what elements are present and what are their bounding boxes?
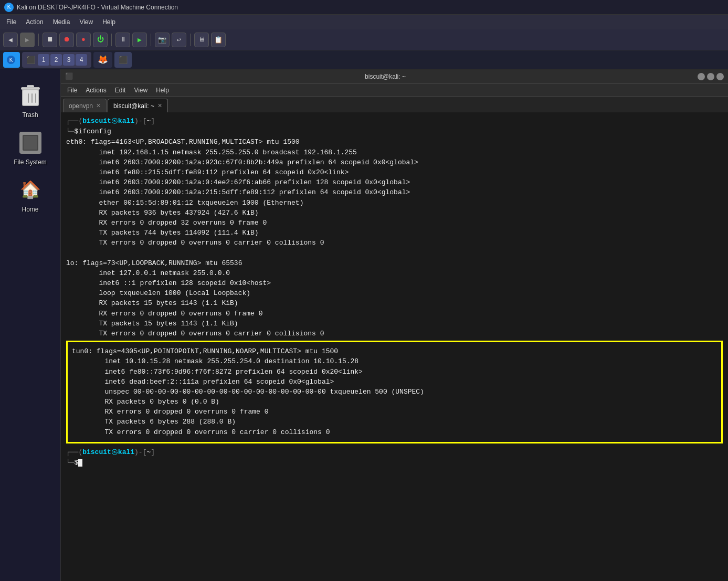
- eth0-inet6-4: inet6 2603:7000:9200:1a2a:215:5dff:fe89:…: [66, 188, 723, 197]
- menu-action[interactable]: Action: [22, 17, 47, 27]
- eth0-tx-packets: TX packets 744 bytes 114092 (111.4 KiB): [66, 228, 723, 238]
- eth0-inet: inet 192.168.1.15 netmask 255.255.255.0 …: [66, 148, 723, 157]
- toolbar-screenshot[interactable]: 📷: [155, 33, 170, 47]
- desktop-icon-home[interactable]: 🏠 Home: [7, 174, 54, 216]
- taskbar-terminal2[interactable]: ⬛: [114, 52, 132, 68]
- taskbar: K ⬛ 1 2 3 4 🦊 ⬛: [0, 50, 728, 69]
- lo-inet: inet 127.0.0.1 netmask 255.0.0.0: [66, 269, 723, 278]
- prompt-cmd-line-1: └─$ ifconfig: [66, 127, 723, 136]
- term-menu-edit[interactable]: Edit: [112, 86, 129, 95]
- ifconfig-output: eth0: flags=4163<UP,BROADCAST,RUNNING,MU…: [66, 138, 723, 339]
- close-button[interactable]: [716, 73, 724, 80]
- window-title: Kali on DESKTOP-JPK4IFO - Virtual Machin…: [17, 4, 178, 11]
- home-icon: 🏠: [18, 177, 43, 203]
- term-menu-view[interactable]: View: [131, 86, 151, 95]
- desktop-icon-filesystem[interactable]: File System: [7, 127, 54, 169]
- tun0-rx-errors: RX errors 0 dropped 0 overruns 0 frame 0: [72, 407, 717, 417]
- tun0-header: tun0: flags=4305<UP,POINTOPOINT,RUNNING,…: [72, 347, 717, 356]
- eth0-tx-errors: TX errors 0 dropped 0 overruns 0 carrier…: [66, 238, 723, 248]
- tun0-inet: inet 10.10.15.28 netmask 255.255.254.0 d…: [72, 357, 717, 366]
- term-menu-file[interactable]: File: [64, 86, 80, 95]
- toolbar-clipboard[interactable]: 📋: [211, 33, 226, 47]
- eth0-rx-packets: RX packets 936 bytes 437924 (427.6 KiB): [66, 208, 723, 218]
- taskbar-tab3[interactable]: 3: [63, 54, 75, 66]
- toolbar-undo[interactable]: ↩: [172, 33, 186, 47]
- term-tab-biscuit-label: biscuit@kali: ~: [113, 102, 154, 110]
- trash-icon: [18, 83, 43, 108]
- terminal-titlebar: ⬛ biscuit@kali: ~: [61, 69, 728, 84]
- tun0-inet6-1: inet6 fe80::73f6:9d96:f76f:8272 prefixle…: [72, 367, 717, 377]
- prompt-dollar-1: $: [75, 127, 79, 136]
- toolbar-back[interactable]: ◀: [3, 33, 18, 47]
- desktop-icon-trash[interactable]: Trash: [7, 80, 54, 122]
- desktop-sidebar: Trash File System 🏠 Home: [0, 69, 60, 581]
- term-tab-openvpn-label: openvpn: [69, 102, 93, 110]
- eth0-ether: ether 00:15:5d:89:01:12 txqueuelen 1000 …: [66, 198, 723, 208]
- taskbar-firefox[interactable]: 🦊: [93, 52, 112, 68]
- prompt-line-1: ┌──(biscuit㉿kali)-[~]: [66, 117, 723, 126]
- taskbar-tab2[interactable]: 2: [50, 54, 62, 66]
- toolbar-record[interactable]: ⏺: [59, 33, 74, 47]
- minimize-button[interactable]: [698, 73, 705, 80]
- lo-loop: loop txqueuelen 1000 (Local Loopback): [66, 289, 723, 298]
- tun0-highlighted-section: tun0: flags=4305<UP,POINTOPOINT,RUNNING,…: [66, 341, 723, 443]
- toolbar: ◀ ▶ ⏹ ⏺ ● ⏻ ⏸ ▶ 📷 ↩ 🖥 📋: [0, 29, 728, 50]
- window-controls: [698, 73, 724, 80]
- tun0-tx-errors: TX errors 0 dropped 0 overruns 0 carrier…: [72, 428, 717, 437]
- lo-tx-packets: TX packets 15 bytes 1143 (1.1 KiB): [66, 319, 723, 329]
- term-tab-openvpn-close[interactable]: ✕: [96, 102, 101, 109]
- toolbar-sep2: [111, 34, 112, 46]
- trash-label: Trash: [22, 111, 38, 119]
- toolbar-sep3: [151, 34, 151, 46]
- tun0-tx-packets: TX packets 6 bytes 288 (288.0 B): [72, 417, 717, 427]
- toolbar-play[interactable]: ▶: [132, 33, 147, 47]
- prompt-line-2: ┌──(biscuit㉿kali)-[~]: [66, 448, 723, 457]
- term-tab-biscuit-close[interactable]: ✕: [157, 102, 162, 109]
- terminal-content[interactable]: ┌──(biscuit㉿kali)-[~] └─$ ifconfig eth0:…: [61, 112, 728, 581]
- main-area: Trash File System 🏠 Home ⬛ biscuit@kali:…: [0, 69, 728, 581]
- toolbar-power-red[interactable]: ●: [76, 33, 91, 47]
- prompt-dollar-2: $: [75, 458, 79, 468]
- term-menu-help[interactable]: Help: [153, 86, 172, 95]
- titlebar: K Kali on DESKTOP-JPK4IFO - Virtual Mach…: [0, 0, 728, 15]
- kali-logo: K: [4, 3, 14, 12]
- menu-help[interactable]: Help: [98, 17, 120, 27]
- ifconfig-cmd: ifconfig: [78, 127, 111, 136]
- filesystem-icon: [18, 130, 43, 155]
- term-menu-actions[interactable]: Actions: [82, 86, 109, 95]
- tun0-rx-packets: RX packets 0 bytes 0 (0.0 B): [72, 397, 717, 407]
- toolbar-pause[interactable]: ⏸: [115, 33, 130, 47]
- toolbar-sep4: [190, 34, 191, 46]
- term-tab-biscuit[interactable]: biscuit@kali: ~ ✕: [108, 99, 168, 112]
- taskbar-tab1[interactable]: 1: [38, 54, 49, 66]
- lo-rx-errors: RX errors 0 dropped 0 overruns 0 frame 0: [66, 309, 723, 319]
- toolbar-forward[interactable]: ▶: [20, 33, 35, 47]
- toolbar-monitor[interactable]: 🖥: [194, 33, 209, 47]
- eth0-inet6-2: inet6 fe80::215:5dff:fe89:112 prefixlen …: [66, 168, 723, 177]
- term-tab-openvpn[interactable]: openvpn ✕: [63, 99, 107, 112]
- kali-taskbar-icon[interactable]: K: [3, 52, 20, 68]
- taskbar-terminal1[interactable]: ⬛ 1 2 3 4: [22, 52, 91, 68]
- eth0-inet6-1: inet6 2603:7000:9200:1a2a:923c:67f0:8b2b…: [66, 158, 723, 167]
- toolbar-power[interactable]: ⏻: [93, 33, 108, 47]
- lo-header: lo: flags=73<UP,LOOPBACK,RUNNING> mtu 65…: [66, 259, 723, 268]
- terminal-cursor: [78, 459, 82, 467]
- taskbar-tab4[interactable]: 4: [76, 54, 87, 66]
- maximize-button[interactable]: [707, 73, 714, 80]
- blank-line-1: [66, 248, 723, 258]
- eth0-header: eth0: flags=4163<UP,BROADCAST,RUNNING,MU…: [66, 138, 723, 147]
- terminal-tabs: openvpn ✕ biscuit@kali: ~ ✕: [61, 97, 728, 112]
- tun0-unspec: unspec 00-00-00-00-00-00-00-00-00-00-00-…: [72, 387, 717, 397]
- prompt-open-paren: (: [78, 117, 82, 126]
- prompt-area-2: ┌──(biscuit㉿kali)-[~] └─$: [66, 448, 723, 468]
- menu-file[interactable]: File: [2, 17, 20, 27]
- toolbar-sep1: [38, 34, 39, 46]
- menu-media[interactable]: Media: [49, 17, 75, 27]
- menu-view[interactable]: View: [75, 17, 97, 27]
- lo-inet6: inet6 ::1 prefixlen 128 scopeid 0x10<hos…: [66, 279, 723, 288]
- prompt-user: biscuit: [82, 117, 111, 126]
- eth0-rx-errors: RX errors 0 dropped 32 overruns 0 frame …: [66, 218, 723, 228]
- toolbar-stop[interactable]: ⏹: [43, 33, 57, 47]
- prompt-host: kali: [118, 117, 134, 126]
- terminal-window-icon: ⬛: [65, 72, 73, 80]
